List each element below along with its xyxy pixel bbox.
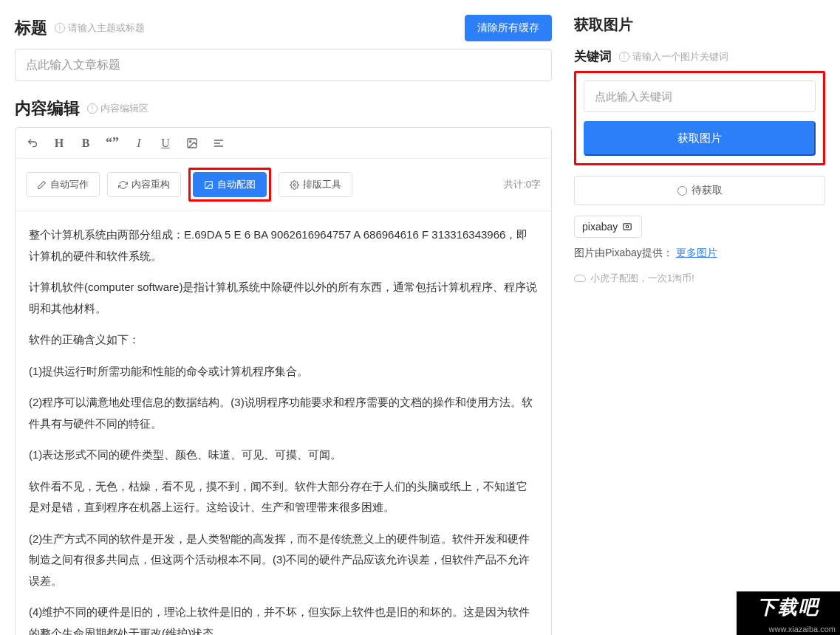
keyword-input[interactable] xyxy=(584,80,816,112)
keyword-label: 关键词 xyxy=(574,48,612,65)
svg-point-8 xyxy=(626,225,629,228)
more-images-link[interactable]: 更多图片 xyxy=(676,247,717,258)
underline-icon[interactable]: U xyxy=(159,137,172,150)
get-image-button[interactable]: 获取图片 xyxy=(584,121,816,156)
highlight-keyword-box: 获取图片 xyxy=(574,71,825,165)
italic-icon[interactable]: I xyxy=(132,137,146,150)
pending-icon xyxy=(677,186,687,196)
status-button[interactable]: 待获取 xyxy=(574,176,825,205)
title-header: 标题 ! 请输入主题或标题 清除所有缓存 xyxy=(15,15,552,41)
sidebar: 获取图片 关键词 ! 请输入一个图片关键词 获取图片 待获取 pixabay xyxy=(574,15,825,635)
keyword-hint: ! 请输入一个图片关键词 xyxy=(619,50,728,64)
content-label: 内容编辑 xyxy=(15,97,80,120)
highlight-auto-image: 自动配图 xyxy=(188,168,271,202)
info-icon: ! xyxy=(87,103,98,114)
main-column: 标题 ! 请输入主题或标题 清除所有缓存 内容编辑 ! 内容编辑区 xyxy=(15,15,552,635)
bold-icon[interactable]: B xyxy=(79,137,92,150)
paragraph: 计算机软件(computer software)是指计算机系统中除硬件以外的所有… xyxy=(29,277,538,319)
cloud-icon xyxy=(574,275,586,282)
char-count: 共计:0字 xyxy=(504,178,541,191)
content-header: 内容编辑 ! 内容编辑区 xyxy=(15,97,552,120)
paragraph: (2)程序可以满意地处理信息的数据结构。(3)说明程序功能要求和程序需要的文档的… xyxy=(29,392,538,434)
svg-point-1 xyxy=(190,140,191,142)
align-icon[interactable] xyxy=(212,137,225,149)
quote-icon[interactable]: “” xyxy=(106,135,119,151)
paragraph: (1)表达形式不同的硬件类型、颜色、味道、可见、可摸、可闻。 xyxy=(29,444,538,466)
clear-cache-button[interactable]: 清除所有缓存 xyxy=(465,15,552,41)
restructure-button[interactable]: 内容重构 xyxy=(107,172,181,197)
paragraph: (2)生产方式不同的软件是开发，是人类智能的高发挥，而不是传统意义上的硬件制造。… xyxy=(29,529,538,592)
content-hint: ! 内容编辑区 xyxy=(87,102,148,115)
info-icon: ! xyxy=(619,52,629,62)
image-icon[interactable] xyxy=(185,137,199,149)
svg-rect-7 xyxy=(624,224,632,230)
paragraph: (4)维护不同的硬件是旧的，理论上软件是旧的，并不坏，但实际上软件也是旧的和坏的… xyxy=(29,602,538,635)
auto-write-button[interactable]: 自动写作 xyxy=(26,172,100,197)
auto-image-button[interactable]: 自动配图 xyxy=(193,172,267,197)
paragraph: 软件的正确含义如下： xyxy=(29,329,538,351)
title-input[interactable] xyxy=(15,49,552,81)
paragraph: 整个计算机系统由两部分组成：E.69DA 5 E 6 BA 9062616964… xyxy=(29,224,538,267)
paragraph: (1)提供运行时所需功能和性能的命令或计算机程序集合。 xyxy=(29,361,538,382)
svg-point-6 xyxy=(293,183,296,185)
image-credit: 图片由Pixabay提供： 更多图片 xyxy=(574,247,825,260)
action-toolbar: 自动写作 内容重构 自动配图 排版工具 共计:0字 xyxy=(16,159,551,211)
get-image-title: 获取图片 xyxy=(574,15,633,35)
format-toolbar: H B “” I U xyxy=(16,128,551,159)
cost-tip: 小虎子配图，一次1淘币! xyxy=(574,272,825,285)
pixabay-badge: pixabay xyxy=(574,216,642,238)
paragraph: 软件看不见，无色，枯燥，看不见，摸不到，闻不到。软件大部分存在于人们的头脑或纸上… xyxy=(29,476,538,518)
title-label: 标题 xyxy=(15,17,47,39)
info-icon: ! xyxy=(55,23,65,33)
editor-body[interactable]: 整个计算机系统由两部分组成：E.69DA 5 E 6 BA 9062616964… xyxy=(16,211,551,635)
title-hint: ! 请输入主题或标题 xyxy=(55,21,145,35)
editor-card: H B “” I U 自动写作 内容重构 xyxy=(15,127,552,635)
heading-icon[interactable]: H xyxy=(52,137,66,150)
undo-icon[interactable] xyxy=(26,137,39,149)
layout-tool-button[interactable]: 排版工具 xyxy=(279,172,352,197)
